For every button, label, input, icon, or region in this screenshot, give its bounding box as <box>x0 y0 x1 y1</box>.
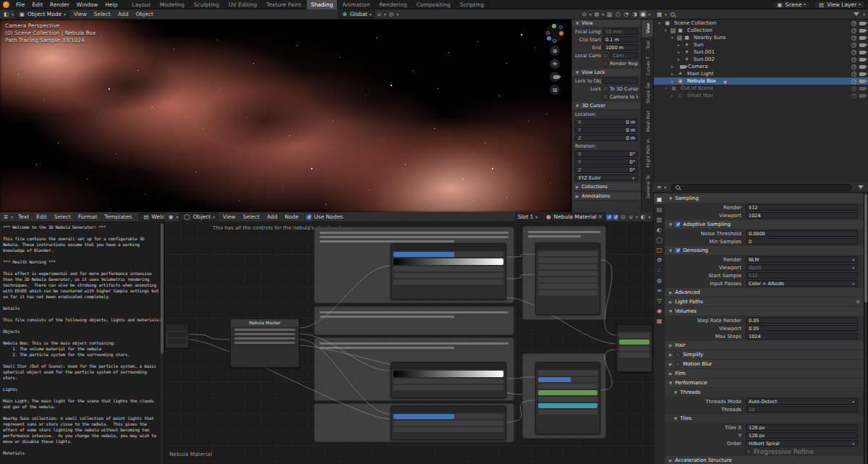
node-socket-row-ramp[interactable] <box>393 371 503 377</box>
checkbox-camera-to-view[interactable] <box>603 94 608 100</box>
node-socket-row-gray[interactable] <box>538 264 597 269</box>
node-socket-row-gray[interactable] <box>393 421 503 426</box>
visibility-eye-icon[interactable] <box>851 21 856 26</box>
node-socket-row-gray[interactable] <box>393 273 503 278</box>
shader-type-dropdown[interactable]: ◯ Object ▾ <box>179 213 218 221</box>
node-socket-row-ramp[interactable] <box>393 258 503 265</box>
material-output-node[interactable] <box>616 324 652 372</box>
outliner-row-nebula-box[interactable]: ▸▣Nebula Box∴◉ <box>654 77 868 85</box>
node-socket-row-gray[interactable] <box>393 266 503 271</box>
pin-icon[interactable]: ⊙ <box>619 214 626 220</box>
panel-header-light-paths[interactable]: ▶Light Paths≡ <box>665 298 864 306</box>
outliner-row-scene-collection[interactable]: ▾▦Scene Collection <box>654 20 868 27</box>
view-layer-selector[interactable]: ▤ View Layer ▾ <box>814 1 865 9</box>
panel-header-sampling[interactable]: ▼Sampling <box>665 194 864 203</box>
presets-icon[interactable]: ≡ <box>856 299 860 305</box>
search-input[interactable] <box>682 185 849 190</box>
slot-dropdown[interactable]: Slot 1 ▾ <box>515 213 541 221</box>
dropdown-xyz-euler[interactable]: XYZ Euler▾ <box>575 174 638 181</box>
render-visibility-icon[interactable] <box>859 58 865 62</box>
expand-right-icon[interactable]: ▸ <box>678 57 684 62</box>
node-socket-row-gray[interactable] <box>538 277 597 282</box>
sidebar-tab-mesh-mat[interactable]: Mesh Mat <box>642 107 653 135</box>
node-socket-row-sk[interactable] <box>234 337 295 339</box>
text-menu-text[interactable]: Text <box>14 212 33 222</box>
panel-header-annotations[interactable]: ▶Annotations <box>572 193 641 201</box>
pin-toggle[interactable] <box>613 214 618 220</box>
cloud-color-ramp-node[interactable] <box>391 362 506 398</box>
outliner-row-sun-001[interactable]: ▸☀Sun.001 <box>654 48 868 56</box>
editor-type-icon[interactable]: ◉ <box>167 214 175 220</box>
axis-z-dot[interactable] <box>547 36 551 41</box>
outliner-row-nearby-suns[interactable]: ▾▦Nearby Suns <box>654 34 868 41</box>
visibility-eye-icon[interactable] <box>851 28 856 33</box>
axis-x-neg-dot[interactable] <box>546 31 550 35</box>
node-socket-row-gray[interactable] <box>619 333 650 338</box>
render-visibility-icon[interactable] <box>859 22 865 25</box>
outliner-row-camera[interactable]: ▸Camera <box>654 63 868 70</box>
properties-search[interactable] <box>671 184 852 191</box>
axis-x-dot[interactable] <box>559 31 563 35</box>
value-field-start-sample[interactable]: 512 <box>746 272 858 279</box>
value-field-end[interactable]: 1000 m <box>603 44 638 51</box>
properties-tab-constraints[interactable]: ≡ <box>654 285 665 295</box>
render-visibility-icon[interactable] <box>859 72 865 76</box>
outliner-row-collection[interactable]: ▾▦Collection <box>654 27 868 34</box>
node-socket-row-gray[interactable] <box>619 353 650 358</box>
cloud-density-node[interactable] <box>391 243 506 300</box>
node-menu-node[interactable]: Node <box>281 212 302 222</box>
panel-header-threads[interactable]: ▼Threads <box>665 388 864 397</box>
value-field-y[interactable]: 128 px <box>746 432 858 439</box>
viewport-3d[interactable]: Camera Perspective(0) Scene Collection |… <box>0 20 571 212</box>
visibility-eye-icon[interactable] <box>851 79 856 84</box>
expand-down-icon[interactable]: ▾ <box>658 21 664 25</box>
value-field-max-steps[interactable]: 1024 <box>746 333 858 339</box>
editor-type-icon[interactable]: ◧ <box>2 11 10 17</box>
value-field-viewport[interactable]: 1024 <box>746 212 858 219</box>
render-visibility-icon[interactable] <box>859 80 865 83</box>
viewport-menu-view[interactable]: View <box>70 9 90 19</box>
scrollbar-thumb[interactable] <box>864 194 867 303</box>
expand-right-icon[interactable]: ▸ <box>671 64 677 69</box>
text-menu-templates[interactable]: Templates <box>101 212 135 222</box>
node-menu-select[interactable]: Select <box>239 212 263 222</box>
editor-type-icon[interactable]: ≣ <box>2 214 9 220</box>
render-visibility-icon[interactable] <box>859 29 865 33</box>
node-socket-row-gray[interactable] <box>393 279 503 284</box>
overlays-icon[interactable]: ◐ <box>639 214 647 220</box>
outliner-row-main-light[interactable]: ▸☀Main Light <box>654 70 868 77</box>
collection-checkbox[interactable] <box>677 35 682 41</box>
scene-selector[interactable]: ▣ Scene ▾ <box>772 1 810 9</box>
workspace-tab-uv-editing[interactable]: UV Editing <box>224 0 262 9</box>
dropdown-render[interactable]: NLM▾ <box>746 256 858 263</box>
nebula-master-node[interactable]: Nebula Master <box>230 319 299 368</box>
workspace-tab-shading[interactable]: Shading <box>307 0 338 9</box>
sidebar-tab-flight-path-vi[interactable]: Flight Path Vi <box>642 135 653 171</box>
expand-right-icon[interactable]: ▸ <box>678 50 684 54</box>
outliner-row-small-star[interactable]: ▸○Small Star <box>654 92 868 99</box>
panel-header-acceleration-structure[interactable]: ▶Acceleration Structure <box>665 456 864 464</box>
render-visibility-icon[interactable] <box>859 94 865 98</box>
snap-magnet-icon[interactable]: ∪ <box>627 214 634 220</box>
pan-tool-icon[interactable]: ✛ <box>550 59 560 69</box>
workspace-tab-scripting[interactable]: Scripting <box>456 0 489 9</box>
visibility-eye-icon[interactable] <box>851 86 856 91</box>
properties-tab-scene[interactable]: ◐ <box>654 224 665 235</box>
shader-group-node[interactable] <box>535 362 600 434</box>
camera-view-icon[interactable] <box>550 72 560 82</box>
editor-type-icon[interactable]: ≡ <box>655 184 663 190</box>
axis-y-dot[interactable] <box>552 24 556 28</box>
text-menu-edit[interactable]: Edit <box>33 212 51 222</box>
zoom-tool-icon[interactable]: ⊕ <box>550 46 560 56</box>
value-field-z[interactable]: Z0 m <box>575 135 638 141</box>
node-socket-row-sk[interactable] <box>234 329 295 331</box>
filter-icon[interactable] <box>858 185 864 189</box>
node-socket-row-sk[interactable] <box>234 333 295 335</box>
filter-icon[interactable] <box>854 12 859 16</box>
text-menu-format[interactable]: Format <box>75 212 101 222</box>
workspace-tab-animation[interactable]: Animation <box>338 0 375 9</box>
text-menu-select[interactable]: Select <box>51 212 75 222</box>
value-field-render[interactable]: 512 <box>746 204 858 211</box>
panel-header-3d-cursor[interactable]: ▼3D Cursor <box>572 102 641 110</box>
menu-window[interactable]: Window <box>73 0 102 9</box>
